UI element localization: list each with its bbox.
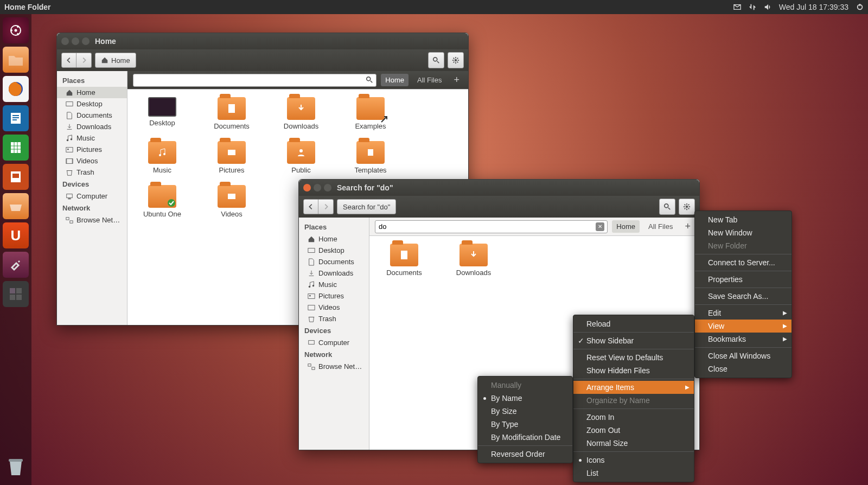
sidebar-item-pictures[interactable]: Pictures	[57, 144, 127, 155]
folder-videos[interactable]: Videos	[205, 185, 259, 218]
menu-new-window[interactable]: New Window	[695, 226, 792, 239]
trash-icon[interactable]	[3, 454, 29, 480]
libreoffice-calc-icon[interactable]	[3, 135, 29, 161]
menu-arrange-by-type[interactable]: By Type	[478, 418, 572, 431]
search-input[interactable]	[133, 74, 376, 87]
mail-indicator-icon[interactable]	[733, 3, 741, 11]
maximize-icon[interactable]	[82, 37, 90, 45]
sidebar-item-computer[interactable]: Computer	[299, 337, 369, 348]
folder-examples[interactable]: Examples	[343, 97, 398, 130]
sidebar-item-pictures[interactable]: Pictures	[299, 290, 369, 302]
sidebar-item-trash[interactable]: Trash	[57, 167, 127, 178]
sidebar-item-browse-network[interactable]: Browse Net…	[299, 361, 369, 372]
sidebar-item-videos[interactable]: Videos	[299, 302, 369, 313]
files-icon[interactable]	[3, 47, 29, 73]
scope-all-files[interactable]: All Files	[413, 74, 446, 86]
menu-properties[interactable]: Properties	[695, 273, 792, 286]
folder-downloads[interactable]: Downloads	[274, 97, 328, 130]
sidebar-item-documents[interactable]: Documents	[299, 256, 369, 267]
sidebar-item-computer[interactable]: Computer	[57, 190, 127, 202]
menu-zoom-out[interactable]: Zoom Out	[573, 424, 694, 437]
menu-bookmarks[interactable]: Bookmarks▶	[695, 333, 792, 346]
close-icon[interactable]	[61, 37, 69, 45]
sidebar-item-browse-network[interactable]: Browse Net…	[57, 214, 127, 226]
software-center-icon[interactable]	[3, 193, 29, 219]
gear-button[interactable]	[448, 52, 464, 68]
menu-save-search[interactable]: Save Search As...	[695, 290, 792, 303]
libreoffice-impress-icon[interactable]	[3, 164, 29, 190]
titlebar[interactable]: Search for "do"	[299, 180, 699, 196]
menu-icons-view[interactable]: Icons	[573, 454, 694, 467]
maximize-icon[interactable]	[324, 184, 331, 192]
path-search-button[interactable]: Search for "do"	[337, 199, 396, 214]
menu-arrange-by-name[interactable]: By Name	[478, 392, 572, 405]
sidebar-item-videos[interactable]: Videos	[57, 155, 127, 167]
menu-show-hidden[interactable]: Show Hidden Files	[573, 364, 694, 377]
menu-list-view[interactable]: List	[573, 467, 694, 480]
add-scope-button[interactable]: +	[681, 221, 694, 232]
folder-public[interactable]: Public	[274, 141, 328, 174]
sidebar-item-downloads[interactable]: Downloads	[299, 267, 369, 279]
workspace-switcher-icon[interactable]	[3, 281, 29, 307]
dash-icon[interactable]	[3, 17, 29, 43]
menu-reload[interactable]: Reload	[573, 317, 694, 330]
sidebar-item-music[interactable]: Music	[57, 132, 127, 144]
gear-button[interactable]	[679, 199, 695, 215]
menu-normal-size[interactable]: Normal Size	[573, 437, 694, 450]
minimize-icon[interactable]	[72, 37, 79, 45]
menu-arrange-by-mod-date[interactable]: By Modification Date	[478, 431, 572, 444]
sidebar-item-documents[interactable]: Documents	[57, 110, 127, 121]
forward-button[interactable]	[76, 53, 92, 68]
sidebar-item-trash[interactable]: Trash	[299, 313, 369, 324]
add-scope-button[interactable]: +	[450, 74, 463, 86]
clear-search-icon[interactable]: ✕	[596, 222, 604, 231]
menu-reversed-order[interactable]: Reversed Order	[478, 448, 572, 461]
titlebar[interactable]: Home	[57, 33, 468, 49]
back-button[interactable]	[61, 53, 76, 68]
sidebar-item-desktop[interactable]: Desktop	[299, 245, 369, 256]
scope-all-files[interactable]: All Files	[644, 220, 678, 233]
volume-indicator-icon[interactable]	[764, 3, 771, 11]
sidebar-item-desktop[interactable]: Desktop	[57, 98, 127, 110]
menu-show-sidebar[interactable]: ✓Show Sidebar	[573, 334, 694, 347]
folder-music[interactable]: Music	[135, 141, 189, 174]
scope-home[interactable]: Home	[381, 74, 409, 86]
folder-documents[interactable]: Documents	[377, 244, 431, 277]
search-button[interactable]	[428, 52, 444, 68]
minimize-icon[interactable]	[314, 184, 321, 192]
menu-view[interactable]: View▶	[695, 320, 792, 333]
menu-close[interactable]: Close	[695, 362, 792, 375]
search-input[interactable]: ✕	[375, 220, 608, 233]
sidebar-item-downloads[interactable]: Downloads	[57, 121, 127, 132]
menu-arrange-by-size[interactable]: By Size	[478, 405, 572, 418]
sidebar-item-home[interactable]: Home	[299, 233, 369, 245]
network-indicator-icon[interactable]	[749, 3, 756, 11]
menubar-app-title[interactable]: Home Folder	[4, 3, 51, 11]
back-button[interactable]	[303, 199, 318, 214]
libreoffice-writer-icon[interactable]	[3, 105, 29, 131]
system-settings-icon[interactable]	[3, 252, 29, 278]
close-icon[interactable]	[303, 184, 311, 192]
folder-templates[interactable]: Templates	[343, 141, 398, 174]
search-button[interactable]	[659, 199, 675, 215]
ubuntu-one-icon[interactable]: U	[3, 222, 29, 248]
sidebar-item-home[interactable]: Home	[57, 87, 127, 98]
folder-ubuntu-one[interactable]: Ubuntu One	[135, 185, 189, 218]
path-home-button[interactable]: Home	[95, 53, 136, 68]
firefox-icon[interactable]	[3, 76, 29, 102]
forward-button[interactable]	[318, 199, 334, 214]
menu-arrange-items[interactable]: Arrange Items▶	[573, 381, 694, 394]
clock[interactable]: Wed Jul 18 17:39:33	[779, 3, 848, 11]
menu-edit[interactable]: Edit▶	[695, 307, 792, 320]
folder-desktop[interactable]: Desktop	[135, 97, 189, 130]
session-indicator-icon[interactable]	[856, 3, 864, 11]
folder-downloads[interactable]: Downloads	[446, 244, 501, 277]
folder-pictures[interactable]: Pictures	[205, 141, 259, 174]
sidebar-item-music[interactable]: Music	[299, 279, 369, 290]
folder-documents[interactable]: Documents	[205, 97, 259, 130]
menu-close-all[interactable]: Close All Windows	[695, 349, 792, 362]
menu-reset-view[interactable]: Reset View to Defaults	[573, 351, 694, 364]
menu-zoom-in[interactable]: Zoom In	[573, 411, 694, 424]
menu-connect-server[interactable]: Connect to Server...	[695, 256, 792, 269]
scope-home[interactable]: Home	[612, 220, 640, 233]
